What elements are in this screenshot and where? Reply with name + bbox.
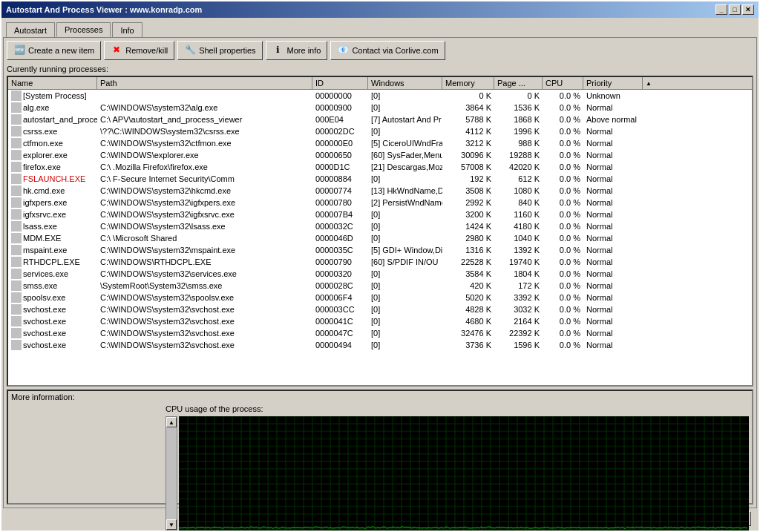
table-row[interactable]: svchost.exe C:\WINDOWS\system32\svchost.… <box>8 303 752 315</box>
process-icon <box>11 209 22 220</box>
cell-windows: [2] PersistWndName <box>368 197 442 208</box>
table-row[interactable]: FSLAUNCH.EXE C:\ F-Secure Internet Secur… <box>8 173 752 185</box>
contact-button[interactable]: 📧 Contact via Corlive.com <box>330 41 445 60</box>
cell-memory: 22528 K <box>442 256 494 268</box>
col-header-path[interactable]: Path <box>97 77 312 89</box>
close-button[interactable]: ✕ <box>742 4 754 15</box>
toolbar: 🆕 Create a new item ✖ Remove/kill 🔧 Shel… <box>7 41 753 60</box>
table-row[interactable]: spoolsv.exe C:\WINDOWS\system32\spoolsv.… <box>8 292 752 303</box>
window-title: Autostart And Process Viewer : www.konra… <box>6 5 202 14</box>
table-row[interactable]: svchost.exe C:\WINDOWS\system32\svchost.… <box>8 315 752 327</box>
cell-id: 0000047C <box>312 327 368 339</box>
cell-path <box>97 90 312 102</box>
remove-kill-button[interactable]: ✖ Remove/kill <box>104 41 174 60</box>
main-content: 🆕 Create a new item ✖ Remove/kill 🔧 Shel… <box>3 37 757 508</box>
cell-id: 00000884 <box>312 173 368 185</box>
table-row[interactable]: RTHDCPL.EXE C:\WINDOWS\RTHDCPL.EXE 00000… <box>8 256 752 268</box>
process-icon <box>11 245 22 255</box>
cell-windows: [0] <box>368 125 442 137</box>
cell-cpu: 0.0 % <box>543 268 583 280</box>
cell-memory: 5020 K <box>442 292 494 303</box>
table-row[interactable]: explorer.exe C:\WINDOWS\explorer.exe 000… <box>8 149 752 161</box>
col-header-priority[interactable]: Priority <box>583 77 643 89</box>
table-row[interactable]: csrss.exe \??\C:\WINDOWS\system32\csrss.… <box>8 125 752 137</box>
cell-priority: Normal <box>583 208 643 220</box>
tab-processes[interactable]: Processes <box>56 22 111 37</box>
cell-name: autostart_and_process_v <box>8 114 97 125</box>
col-header-memory[interactable]: Memory <box>442 77 494 89</box>
cell-cpu: 0.0 % <box>543 315 583 327</box>
shell-properties-button[interactable]: 🔧 Shell properties <box>177 41 262 60</box>
cell-id: 0000035C <box>312 244 368 256</box>
table-row[interactable]: igfxsrvc.exe C:\WINDOWS\system32\igfxsrv… <box>8 208 752 220</box>
list-body[interactable]: [System Process] 00000000 [0] 0 K 0 K 0.… <box>8 90 752 385</box>
cell-name: igfxpers.exe <box>8 197 97 208</box>
table-row[interactable]: MDM.EXE C:\ \Microsoft Shared 0000046D [… <box>8 232 752 244</box>
col-header-page[interactable]: Page ... <box>494 77 543 89</box>
cell-page: 1996 K <box>494 125 543 137</box>
cell-cpu: 0.0 % <box>543 327 583 339</box>
cell-id: 000E04 <box>312 114 368 125</box>
tab-autostart[interactable]: Autostart <box>6 22 55 37</box>
cell-id: 000002DC <box>312 125 368 137</box>
cell-path: C:\ F-Secure Internet Security\Comm <box>97 173 312 185</box>
cell-name: spoolsv.exe <box>8 292 97 303</box>
cell-path: C:\WINDOWS\system32\ctfmon.exe <box>97 137 312 149</box>
cell-path: C:\WINDOWS\system32\igfxpers.exe <box>97 197 312 208</box>
process-icon <box>11 91 22 101</box>
cell-page: 3392 K <box>494 292 543 303</box>
process-icon <box>11 197 22 208</box>
cell-name: explorer.exe <box>8 149 97 161</box>
window-body: Autostart Processes Info 🆕 Create a new … <box>1 18 759 531</box>
table-row[interactable]: smss.exe \SystemRoot\System32\smss.exe 0… <box>8 280 752 292</box>
process-icon <box>11 304 22 315</box>
cell-path: C:\ .Mozilla Firefox\firefox.exe <box>97 161 312 173</box>
cell-cpu: 0.0 % <box>543 232 583 244</box>
cell-priority: Normal <box>583 173 643 185</box>
cell-page: 1536 K <box>494 102 543 114</box>
more-info-button[interactable]: ℹ More info <box>266 41 328 60</box>
cell-path: C:\WINDOWS\explorer.exe <box>97 149 312 161</box>
cell-memory: 3736 K <box>442 339 494 351</box>
cell-memory: 3508 K <box>442 185 494 197</box>
table-row[interactable]: svchost.exe C:\WINDOWS\system32\svchost.… <box>8 327 752 339</box>
cell-windows: [13] HkWndName,D <box>368 185 442 197</box>
cell-windows: [0] <box>368 327 442 339</box>
cell-name: csrss.exe <box>8 125 97 137</box>
minimize-button[interactable]: _ <box>715 4 727 15</box>
col-header-name[interactable]: Name <box>8 77 97 89</box>
cell-memory: 30096 K <box>442 149 494 161</box>
col-header-windows[interactable]: Windows <box>368 77 442 89</box>
cell-windows: [0] <box>368 292 442 303</box>
maximize-button[interactable]: □ <box>729 4 741 15</box>
table-row[interactable]: firefox.exe C:\ .Mozilla Firefox\firefox… <box>8 161 752 173</box>
table-row[interactable]: lsass.exe C:\WINDOWS\system32\lsass.exe … <box>8 220 752 232</box>
process-icon <box>11 126 22 137</box>
table-row[interactable]: autostart_and_process_v C:\ APV\autostar… <box>8 114 752 125</box>
table-row[interactable]: svchost.exe C:\WINDOWS\system32\svchost.… <box>8 339 752 351</box>
cell-memory: 4828 K <box>442 303 494 315</box>
col-header-id[interactable]: ID <box>312 77 368 89</box>
table-row[interactable]: [System Process] 00000000 [0] 0 K 0 K 0.… <box>8 90 752 102</box>
table-row[interactable]: ctfmon.exe C:\WINDOWS\system32\ctfmon.ex… <box>8 137 752 149</box>
cell-cpu: 0.0 % <box>543 173 583 185</box>
cell-name: lsass.exe <box>8 220 97 232</box>
process-icon <box>11 340 22 350</box>
create-new-item-button[interactable]: 🆕 Create a new item <box>7 41 101 60</box>
col-header-cpu[interactable]: CPU <box>543 77 583 89</box>
cell-cpu: 0.0 % <box>543 137 583 149</box>
cell-id: 0000028C <box>312 280 368 292</box>
process-icon <box>11 185 22 196</box>
cell-memory: 4112 K <box>442 125 494 137</box>
table-row[interactable]: igfxpers.exe C:\WINDOWS\system32\igfxper… <box>8 197 752 208</box>
table-row[interactable]: hk.cmd.exe C:\WINDOWS\system32\hkcmd.exe… <box>8 185 752 197</box>
tab-info[interactable]: Info <box>112 22 142 37</box>
cell-name: igfxsrvc.exe <box>8 208 97 220</box>
cell-memory: 0 K <box>442 90 494 102</box>
table-row[interactable]: alg.exe C:\WINDOWS\system32\alg.exe 0000… <box>8 102 752 114</box>
table-row[interactable]: services.exe C:\WINDOWS\system32\service… <box>8 268 752 280</box>
cell-path: C:\WINDOWS\system32\alg.exe <box>97 102 312 114</box>
table-row[interactable]: mspaint.exe C:\WINDOWS\system32\mspaint.… <box>8 244 752 256</box>
cpu-scroll-up-button[interactable]: ▲ <box>166 417 177 427</box>
title-bar-buttons: _ □ ✕ <box>715 4 754 15</box>
